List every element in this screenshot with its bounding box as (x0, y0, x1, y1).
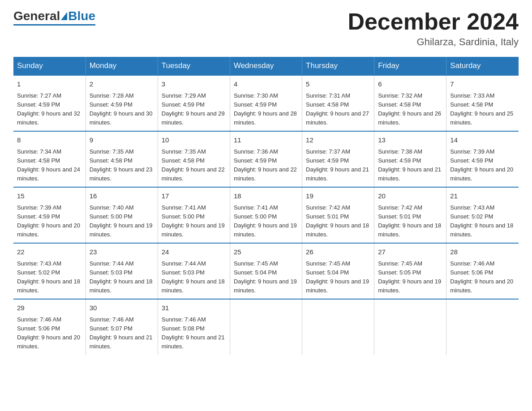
calendar-cell: 18Sunrise: 7:41 AMSunset: 5:00 PMDayligh… (230, 187, 302, 243)
calendar-cell: 10Sunrise: 7:35 AMSunset: 4:58 PMDayligh… (158, 131, 230, 187)
calendar-cell: 22Sunrise: 7:43 AMSunset: 5:02 PMDayligh… (13, 243, 86, 299)
day-info: Sunrise: 7:36 AMSunset: 4:59 PMDaylight:… (234, 147, 298, 184)
day-number: 20 (378, 191, 442, 201)
logo-triangle-icon (61, 12, 67, 20)
calendar-cell: 15Sunrise: 7:39 AMSunset: 4:59 PMDayligh… (13, 187, 86, 243)
day-number: 26 (306, 247, 370, 257)
day-number: 24 (162, 247, 226, 257)
weekday-header-wednesday: Wednesday (230, 57, 302, 75)
calendar-cell (446, 299, 519, 355)
day-number: 8 (17, 135, 82, 146)
day-info: Sunrise: 7:46 AMSunset: 5:08 PMDaylight:… (162, 315, 226, 351)
day-number: 7 (450, 79, 515, 90)
calendar-cell: 30Sunrise: 7:46 AMSunset: 5:07 PMDayligh… (86, 299, 158, 355)
day-info: Sunrise: 7:34 AMSunset: 4:58 PMDaylight:… (17, 147, 82, 184)
day-number: 2 (90, 79, 154, 90)
calendar-table: SundayMondayTuesdayWednesdayThursdayFrid… (13, 57, 519, 355)
weekday-header-sunday: Sunday (13, 57, 86, 75)
title-block: December 2024 Ghilarza, Sardinia, Italy (348, 9, 519, 48)
day-info: Sunrise: 7:42 AMSunset: 5:01 PMDaylight:… (306, 203, 370, 240)
calendar-cell: 27Sunrise: 7:45 AMSunset: 5:05 PMDayligh… (374, 243, 446, 299)
calendar-cell: 25Sunrise: 7:45 AMSunset: 5:04 PMDayligh… (230, 243, 302, 299)
day-info: Sunrise: 7:28 AMSunset: 4:59 PMDaylight:… (90, 91, 154, 128)
day-info: Sunrise: 7:43 AMSunset: 5:02 PMDaylight:… (17, 259, 82, 295)
day-info: Sunrise: 7:41 AMSunset: 5:00 PMDaylight:… (234, 203, 298, 240)
page-header: General Blue December 2024 Ghilarza, Sar… (13, 9, 519, 48)
day-number: 10 (162, 135, 226, 146)
day-number: 1 (17, 79, 82, 90)
day-info: Sunrise: 7:41 AMSunset: 5:00 PMDaylight:… (162, 203, 226, 240)
day-info: Sunrise: 7:39 AMSunset: 4:59 PMDaylight:… (450, 147, 515, 184)
calendar-cell: 20Sunrise: 7:42 AMSunset: 5:01 PMDayligh… (374, 187, 446, 243)
calendar-cell: 3Sunrise: 7:29 AMSunset: 4:59 PMDaylight… (158, 75, 230, 131)
day-number: 4 (234, 79, 298, 90)
calendar-cell (374, 299, 446, 355)
logo-general-text: General (13, 9, 60, 23)
day-info: Sunrise: 7:44 AMSunset: 5:03 PMDaylight:… (90, 259, 154, 295)
calendar-cell (230, 299, 302, 355)
calendar-cell: 28Sunrise: 7:46 AMSunset: 5:06 PMDayligh… (446, 243, 519, 299)
day-info: Sunrise: 7:40 AMSunset: 5:00 PMDaylight:… (90, 203, 154, 240)
calendar-cell: 12Sunrise: 7:37 AMSunset: 4:59 PMDayligh… (302, 131, 374, 187)
day-number: 16 (90, 191, 154, 201)
day-number: 22 (17, 247, 82, 257)
month-title: December 2024 (348, 9, 519, 34)
location-subtitle: Ghilarza, Sardinia, Italy (348, 36, 519, 48)
day-info: Sunrise: 7:43 AMSunset: 5:02 PMDaylight:… (450, 203, 515, 240)
calendar-cell: 19Sunrise: 7:42 AMSunset: 5:01 PMDayligh… (302, 187, 374, 243)
day-number: 6 (378, 79, 442, 90)
calendar-cell: 1Sunrise: 7:27 AMSunset: 4:59 PMDaylight… (13, 75, 86, 131)
day-info: Sunrise: 7:29 AMSunset: 4:59 PMDaylight:… (162, 91, 226, 128)
weekday-header-tuesday: Tuesday (158, 57, 230, 75)
day-info: Sunrise: 7:32 AMSunset: 4:58 PMDaylight:… (378, 91, 442, 128)
calendar-cell: 13Sunrise: 7:38 AMSunset: 4:59 PMDayligh… (374, 131, 446, 187)
day-info: Sunrise: 7:27 AMSunset: 4:59 PMDaylight:… (17, 91, 82, 128)
weekday-header-saturday: Saturday (446, 57, 519, 75)
day-info: Sunrise: 7:30 AMSunset: 4:59 PMDaylight:… (234, 91, 298, 128)
calendar-cell: 6Sunrise: 7:32 AMSunset: 4:58 PMDaylight… (374, 75, 446, 131)
logo-blue-text: Blue (68, 9, 95, 23)
day-number: 18 (234, 191, 298, 201)
calendar-cell: 4Sunrise: 7:30 AMSunset: 4:59 PMDaylight… (230, 75, 302, 131)
weekday-header-thursday: Thursday (302, 57, 374, 75)
calendar-week-row: 22Sunrise: 7:43 AMSunset: 5:02 PMDayligh… (13, 243, 519, 299)
calendar-week-row: 29Sunrise: 7:46 AMSunset: 5:06 PMDayligh… (13, 299, 519, 355)
calendar-cell (302, 299, 374, 355)
day-info: Sunrise: 7:33 AMSunset: 4:58 PMDaylight:… (450, 91, 515, 128)
day-info: Sunrise: 7:39 AMSunset: 4:59 PMDaylight:… (17, 203, 82, 240)
day-number: 29 (17, 303, 82, 313)
calendar-cell: 8Sunrise: 7:34 AMSunset: 4:58 PMDaylight… (13, 131, 86, 187)
calendar-cell: 29Sunrise: 7:46 AMSunset: 5:06 PMDayligh… (13, 299, 86, 355)
day-info: Sunrise: 7:46 AMSunset: 5:06 PMDaylight:… (450, 259, 515, 295)
weekday-header-row: SundayMondayTuesdayWednesdayThursdayFrid… (13, 57, 519, 75)
calendar-cell: 26Sunrise: 7:45 AMSunset: 5:04 PMDayligh… (302, 243, 374, 299)
calendar-cell: 7Sunrise: 7:33 AMSunset: 4:58 PMDaylight… (446, 75, 519, 131)
day-number: 14 (450, 135, 515, 146)
day-info: Sunrise: 7:38 AMSunset: 4:59 PMDaylight:… (378, 147, 442, 184)
day-info: Sunrise: 7:31 AMSunset: 4:58 PMDaylight:… (306, 91, 370, 128)
calendar-week-row: 15Sunrise: 7:39 AMSunset: 4:59 PMDayligh… (13, 187, 519, 243)
weekday-header-friday: Friday (374, 57, 446, 75)
day-number: 30 (90, 303, 154, 313)
calendar-cell: 23Sunrise: 7:44 AMSunset: 5:03 PMDayligh… (86, 243, 158, 299)
day-info: Sunrise: 7:45 AMSunset: 5:04 PMDaylight:… (234, 259, 298, 295)
day-number: 5 (306, 79, 370, 90)
calendar-cell: 9Sunrise: 7:35 AMSunset: 4:58 PMDaylight… (86, 131, 158, 187)
calendar-cell: 24Sunrise: 7:44 AMSunset: 5:03 PMDayligh… (158, 243, 230, 299)
day-info: Sunrise: 7:45 AMSunset: 5:05 PMDaylight:… (378, 259, 442, 295)
calendar-cell: 16Sunrise: 7:40 AMSunset: 5:00 PMDayligh… (86, 187, 158, 243)
calendar-week-row: 8Sunrise: 7:34 AMSunset: 4:58 PMDaylight… (13, 131, 519, 187)
day-number: 19 (306, 191, 370, 201)
calendar-cell: 2Sunrise: 7:28 AMSunset: 4:59 PMDaylight… (86, 75, 158, 131)
day-info: Sunrise: 7:45 AMSunset: 5:04 PMDaylight:… (306, 259, 370, 295)
calendar-cell: 14Sunrise: 7:39 AMSunset: 4:59 PMDayligh… (446, 131, 519, 187)
day-info: Sunrise: 7:42 AMSunset: 5:01 PMDaylight:… (378, 203, 442, 240)
calendar-week-row: 1Sunrise: 7:27 AMSunset: 4:59 PMDaylight… (13, 75, 519, 131)
calendar-cell: 17Sunrise: 7:41 AMSunset: 5:00 PMDayligh… (158, 187, 230, 243)
day-info: Sunrise: 7:35 AMSunset: 4:58 PMDaylight:… (162, 147, 226, 184)
day-info: Sunrise: 7:46 AMSunset: 5:07 PMDaylight:… (90, 315, 154, 351)
day-info: Sunrise: 7:46 AMSunset: 5:06 PMDaylight:… (17, 315, 82, 351)
day-info: Sunrise: 7:44 AMSunset: 5:03 PMDaylight:… (162, 259, 226, 295)
logo: General Blue (13, 9, 95, 26)
day-info: Sunrise: 7:35 AMSunset: 4:58 PMDaylight:… (90, 147, 154, 184)
